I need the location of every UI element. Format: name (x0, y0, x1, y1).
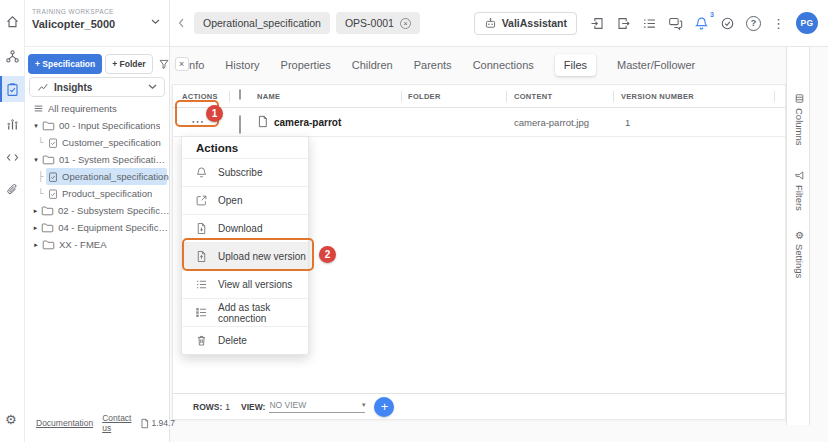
side-tab-columns[interactable]: Columns (794, 93, 805, 146)
menu-item-upload-new-version[interactable]: Upload new version (182, 242, 308, 270)
workspace-switcher[interactable]: TRAINING WORKSPACE Valicopter_5000 (25, 0, 169, 47)
chevron-down-icon (148, 84, 157, 90)
vali-assistant-button[interactable]: ValiAssistant (474, 12, 577, 35)
tree-item-product-specification[interactable]: └ Product_specification (25, 185, 170, 202)
tab-ops-0001[interactable]: OPS-0001 × (336, 12, 420, 34)
import-icon[interactable] (590, 16, 605, 31)
close-tab-icon[interactable]: × (400, 18, 411, 29)
collapse-panel-icon[interactable] (174, 18, 188, 28)
tree-folder-equipment-specifications[interactable]: ▸ 04 - Equipment Specifications (25, 219, 170, 236)
tab-info[interactable]: Info (186, 59, 204, 71)
tab-master-follower[interactable]: Master/Follower (617, 59, 695, 71)
specification-tree: All requirements ▾ 00 - Input Specificat… (25, 100, 170, 253)
column-content: CONTENT (514, 92, 552, 101)
user-avatar[interactable]: PG (796, 12, 818, 34)
more-options-kebab-icon[interactable]: ⋮ (772, 17, 785, 30)
export-icon[interactable] (616, 16, 631, 31)
chevron-down-icon[interactable] (151, 19, 160, 25)
side-tab-settings[interactable]: ⚙ Settings (794, 231, 805, 278)
folder-icon (41, 205, 54, 216)
help-icon[interactable]: ? (746, 16, 761, 31)
insights-toggle[interactable]: Insights (29, 77, 165, 97)
menu-item-add-as-task-connection[interactable]: Add as task connection (182, 298, 308, 326)
file-name-cell[interactable]: camera-parrot (274, 117, 341, 128)
view-label: VIEW: (241, 402, 265, 412)
annotation-circle-1: 1 (206, 105, 223, 122)
requirements-icon[interactable] (0, 76, 25, 102)
filter-icon[interactable] (156, 56, 172, 72)
requirements-sidebar: TRAINING WORKSPACE Valicopter_5000 + Spe… (25, 0, 170, 442)
tree-folder-subsystem-specifications[interactable]: ▸ 02 - Subsystem Specifications (25, 202, 170, 219)
workspace-type-label: TRAINING WORKSPACE (32, 8, 169, 15)
table-row[interactable]: ⋯ camera-parrot camera-parrot.jpg 1 (173, 108, 785, 137)
tab-parents[interactable]: Parents (414, 59, 452, 71)
tree-item-all-requirements[interactable]: All requirements (25, 100, 170, 117)
home-icon[interactable] (0, 9, 25, 33)
detail-tab-bar: Info History Properties Children Parents… (186, 53, 695, 77)
open-in-new-icon (195, 194, 208, 207)
tree-folder-system-specifications[interactable]: ▾ 01 - System Specifications (25, 151, 170, 168)
documentation-link[interactable]: Documentation (36, 418, 93, 428)
table-footer: ROWS: 1 VIEW: NO VIEW ▾ + (173, 393, 785, 419)
add-folder-button[interactable]: + Folder (105, 54, 152, 74)
row-checkbox[interactable] (239, 115, 241, 134)
scripting-icon[interactable] (0, 145, 25, 169)
contact-us-link[interactable]: Contact us (102, 413, 131, 433)
specification-icon (48, 188, 58, 200)
expand-arrow-icon[interactable]: ▾ (32, 122, 40, 130)
tree-connector: └ (38, 138, 46, 148)
column-version-number: VERSION NUMBER (621, 92, 694, 101)
annotation-circle-2: 2 (319, 246, 336, 263)
tab-connections[interactable]: Connections (473, 59, 534, 71)
select-all-checkbox[interactable] (239, 89, 241, 100)
collapsed-arrow-icon[interactable]: ▸ (32, 241, 40, 249)
expand-arrow-icon[interactable]: ▾ (32, 156, 40, 164)
settings-gear-icon[interactable]: ⚙ (5, 412, 17, 427)
notification-badge: 3 (710, 11, 714, 18)
menu-item-open[interactable]: Open (182, 186, 308, 214)
collapsed-arrow-icon[interactable]: ▸ (32, 224, 39, 232)
analyses-icon[interactable] (0, 112, 25, 136)
specification-icon (48, 137, 58, 149)
history-check-icon[interactable] (720, 16, 735, 31)
insights-label: Insights (54, 82, 143, 93)
menu-item-delete[interactable]: Delete (182, 326, 308, 354)
clear-filter-button[interactable]: × (175, 57, 189, 71)
tree-item-operational-specification[interactable]: ├ Operational_specification (25, 168, 170, 185)
collapsed-arrow-icon[interactable]: ▸ (32, 207, 39, 215)
product-tree-icon[interactable] (0, 44, 25, 68)
notifications-bell-icon[interactable]: 3 (694, 16, 709, 31)
menu-item-subscribe[interactable]: Subscribe (182, 158, 308, 186)
tree-item-customer-specification[interactable]: └ Customer_specification (25, 134, 170, 151)
comments-icon[interactable] (668, 16, 683, 31)
side-tab-filters[interactable]: Filters (794, 170, 805, 211)
actions-menu: Actions Subscribe Open Download Upload n… (181, 136, 309, 355)
tab-history[interactable]: History (225, 59, 259, 71)
columns-icon (794, 93, 805, 104)
menu-item-view-all-versions[interactable]: View all versions (182, 270, 308, 298)
app-version: 1.94.7 (140, 418, 175, 429)
caret-down-icon: ▾ (362, 401, 366, 409)
add-specification-button[interactable]: + Specification (28, 54, 102, 74)
folder-icon (42, 239, 55, 250)
trash-icon (195, 334, 208, 347)
settings-icon: ⚙ (794, 231, 805, 240)
app-rail (0, 0, 25, 442)
tab-children[interactable]: Children (352, 59, 393, 71)
version-list-icon (195, 278, 208, 291)
menu-item-download[interactable]: Download (182, 214, 308, 242)
tab-properties[interactable]: Properties (281, 59, 331, 71)
attachments-icon[interactable] (0, 177, 25, 201)
file-upload-icon (195, 250, 208, 263)
tree-folder-input-specifications[interactable]: ▾ 00 - Input Specifications (25, 117, 170, 134)
tree-connector: ├ (38, 172, 46, 182)
tree-folder-fmea[interactable]: ▸ XX - FMEA (25, 236, 170, 253)
tab-files[interactable]: Files (555, 54, 596, 76)
tab-operational-specification[interactable]: Operational_specification (194, 12, 330, 34)
file-download-icon (195, 222, 208, 235)
top-bar: Operational_specification OPS-0001 × Val… (170, 0, 828, 47)
add-view-button[interactable]: + (374, 397, 394, 417)
task-list-icon[interactable] (642, 16, 657, 31)
view-select[interactable]: NO VIEW ▾ (269, 400, 365, 413)
tree-connector: └ (38, 189, 46, 199)
